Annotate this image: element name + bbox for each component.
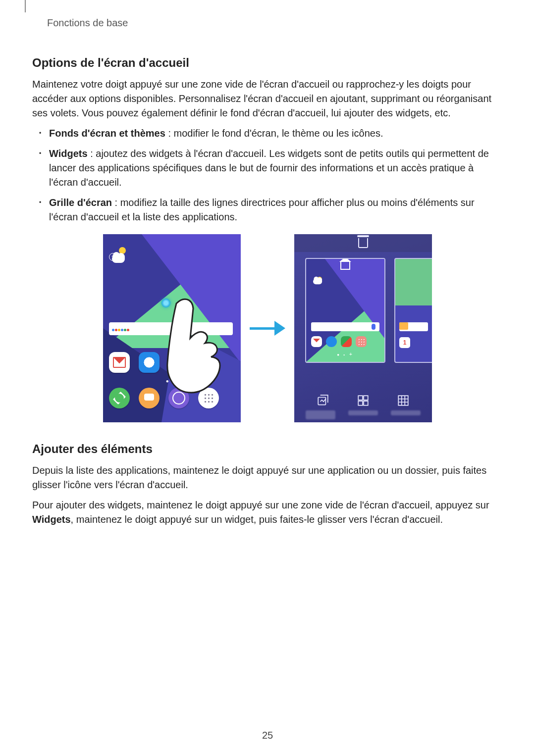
bullet-text: : modifier le fond d'écran, le thème ou … <box>165 128 383 139</box>
bullet-item: Widgets : ajoutez des widgets à l'écran … <box>32 147 503 190</box>
section-intro: Maintenez votre doigt appuyé sur une zon… <box>32 77 503 120</box>
svg-rect-3 <box>358 401 363 405</box>
weather-widget-icon: + <box>110 248 128 263</box>
page-indicator: ● • <box>306 352 384 357</box>
widgets-icon <box>356 394 370 407</box>
touch-point-icon <box>161 299 170 307</box>
mic-icon <box>372 324 375 330</box>
apps-grid-icon <box>198 388 219 408</box>
bullet-bold: Fonds d'écran et thèmes <box>49 128 165 139</box>
svg-rect-1 <box>358 396 363 400</box>
screen-grid-icon <box>396 394 410 407</box>
page-indicator: ● • <box>103 378 241 384</box>
play-store-icon <box>168 352 189 373</box>
arrow-right-icon <box>250 321 285 336</box>
page-number: 25 <box>0 730 535 741</box>
home-options-row <box>294 394 432 407</box>
mail-icon <box>109 352 130 373</box>
figure-row: + ● • <box>32 234 503 422</box>
app-row <box>311 336 367 347</box>
home-indicator-icon <box>340 262 350 270</box>
svg-rect-2 <box>364 396 368 400</box>
section2-p2-pre: Pour ajouter des widgets, maintenez le d… <box>32 500 489 510</box>
svg-rect-4 <box>364 401 368 405</box>
app-row <box>109 352 189 373</box>
bullet-bold: Widgets <box>49 148 88 159</box>
home-panel-thumbnail-next: 1 <box>394 258 432 363</box>
section2-p2: Pour ajouter des widgets, maintenez le d… <box>32 498 503 527</box>
bullet-item: Fonds d'écran et thèmes : modifier le fo… <box>32 126 503 141</box>
calendar-icon: 1 <box>399 337 410 348</box>
section-title-options: Options de l'écran d'accueil <box>32 56 503 70</box>
internet-icon <box>168 388 189 408</box>
phone-before: + ● • <box>103 234 241 422</box>
bullet-item: Grille d'écran : modifiez la taille des … <box>32 196 503 224</box>
home-options-labels <box>294 410 432 419</box>
mail-icon <box>311 336 322 347</box>
section2-p2-bold: Widgets <box>32 514 71 525</box>
section2-p2-post: , maintenez le doigt appuyé sur un widge… <box>71 514 443 525</box>
play-store-icon <box>341 336 352 347</box>
browser-icon <box>139 352 160 373</box>
phone-after: ● • 1 <box>294 234 432 422</box>
google-search-bar <box>311 322 379 331</box>
section-title-add: Ajouter des éléments <box>32 442 503 456</box>
messages-icon <box>139 388 160 408</box>
header-rule <box>25 0 26 12</box>
dock-row <box>109 388 219 408</box>
bullet-list: Fonds d'écran et thèmes : modifier le fo… <box>32 126 503 224</box>
folder-icon <box>399 322 408 330</box>
home-panel-thumbnail: ● • <box>305 258 385 363</box>
svg-rect-0 <box>319 398 326 405</box>
weather-widget-icon <box>311 278 322 287</box>
browser-icon <box>326 336 337 347</box>
svg-rect-5 <box>398 396 408 405</box>
phone-icon <box>109 388 130 408</box>
wallpapers-themes-icon <box>316 394 330 407</box>
remove-bar <box>294 234 432 252</box>
apps-folder-icon <box>356 336 367 347</box>
bullet-bold: Grille d'écran <box>49 197 112 208</box>
trash-icon <box>358 238 368 248</box>
section2-p1: Depuis la liste des applications, mainte… <box>32 463 503 492</box>
bullet-text: : modifiez la taille des lignes directri… <box>49 197 475 222</box>
breadcrumb: Fonctions de base <box>47 17 503 29</box>
google-search-bar <box>109 322 233 335</box>
bullet-text: : ajoutez des widgets à l'écran d'accuei… <box>49 148 489 188</box>
